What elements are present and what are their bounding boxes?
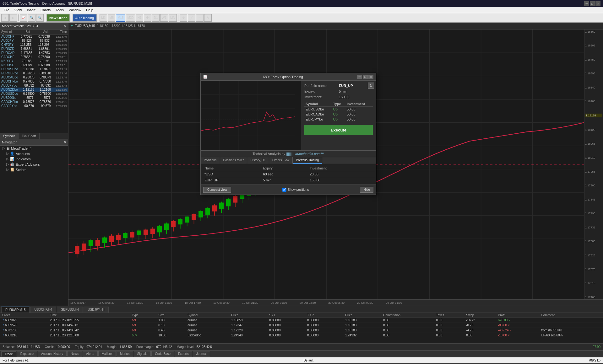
tab-positions[interactable]: Positions bbox=[201, 157, 220, 164]
toolbar-tf-m1[interactable]: M1 bbox=[100, 14, 107, 22]
bottom-tab-news[interactable]: News bbox=[67, 351, 82, 356]
tab-positions-roller[interactable]: Positions roller bbox=[220, 157, 247, 164]
market-watch-row-17[interactable]: CADJPYbo90.57990.57912:13:49 bbox=[0, 104, 68, 108]
bottom-tab-market[interactable]: Market bbox=[117, 351, 133, 356]
sep4 bbox=[98, 14, 98, 21]
mw-time-16: 12:13:51 bbox=[51, 100, 67, 104]
minimize-btn[interactable]: ─ bbox=[584, 1, 589, 6]
nav-icon-mt4: 🖥 bbox=[6, 147, 10, 150]
chart-prices-header: 1.18150 1.18202 1.18125 1.18178 bbox=[97, 24, 145, 28]
market-watch-row-3[interactable]: EURNZD1.688611.6889112:13:49 bbox=[0, 47, 68, 51]
mw-time-4: 12:13:49 bbox=[50, 51, 67, 55]
prow1-name: *USD bbox=[202, 171, 260, 177]
market-watch-row-11[interactable]: AUDCHFbo0.770300.7703012:13:49 bbox=[0, 79, 68, 83]
close-btn[interactable]: ✕ bbox=[595, 1, 600, 6]
auto-trading-btn[interactable]: AutoTrading bbox=[73, 14, 97, 22]
bottom-tab-mailbox[interactable]: Mailbox bbox=[98, 351, 116, 356]
market-watch-row-2[interactable]: CHFJPY115.256115.29812:13:50 bbox=[0, 43, 68, 47]
market-watch-row-16[interactable]: CADCHFbo0.785760.7857612:13:51 bbox=[0, 100, 68, 104]
bottom-tab-trade[interactable]: Trade bbox=[1, 351, 16, 356]
toolbar-crosshair[interactable]: ✛ bbox=[180, 14, 187, 22]
menu-insert[interactable]: Insert bbox=[24, 7, 38, 13]
market-watch-row-14[interactable]: AUDUSDbo0.785000.7850012:13:50 bbox=[0, 92, 68, 96]
toolbar-newchart[interactable]: 📈 bbox=[20, 14, 27, 22]
toolbar-tf-m5[interactable]: M5 bbox=[108, 14, 115, 22]
market-watch-row-7[interactable]: NZDUSD0.699790.6998812:13:51 bbox=[0, 63, 68, 67]
menu-window[interactable]: Window bbox=[66, 7, 84, 13]
toolbar-tf-d1[interactable]: D1 bbox=[152, 14, 160, 22]
toolbar-back[interactable]: ◀ bbox=[1, 14, 9, 22]
forex-minimize-btn[interactable]: ─ bbox=[357, 75, 362, 79]
market-watch-row-15[interactable]: AUS200bo5571557111:23:06 bbox=[0, 96, 68, 100]
bottom-tab-signals[interactable]: Signals bbox=[134, 351, 151, 356]
market-watch-row-4[interactable]: EURCAD1.476351.4765312:13:49 bbox=[0, 51, 68, 55]
toolbar-hline[interactable]: ─ bbox=[196, 14, 204, 22]
market-watch-close[interactable]: ✕ bbox=[63, 24, 66, 28]
bottom-tab-journal[interactable]: Journal bbox=[193, 351, 210, 356]
order-sl-3: 0.00000 bbox=[267, 333, 305, 338]
bottom-tab-experts[interactable]: Experts bbox=[175, 351, 192, 356]
nav-indicators[interactable]: ▷ 📊 Indicators bbox=[0, 156, 68, 162]
nav-icon-indicators: 📊 bbox=[10, 157, 14, 161]
market-watch-row-8[interactable]: EURUSDbo1.181811.1818112:13:49 bbox=[0, 67, 68, 71]
toolbar-tf-mn[interactable]: MN bbox=[169, 14, 177, 22]
toolbar-tf-h4[interactable]: H4 bbox=[144, 14, 151, 22]
nav-metatrader4[interactable]: ▷ 🖥 MetaTrader 4 bbox=[0, 146, 68, 151]
menu-file[interactable]: File bbox=[1, 7, 12, 13]
toolbar-zoom-in[interactable]: 🔍 bbox=[28, 14, 35, 22]
market-watch-row-5[interactable]: CADCHF0.785510.7860012:13:51 bbox=[0, 55, 68, 59]
tab-tick-chart[interactable]: Tick Chart bbox=[19, 133, 39, 139]
maximize-btn[interactable]: □ bbox=[590, 1, 595, 6]
toolbar-tf-h1[interactable]: H1 bbox=[136, 14, 143, 22]
tab-history-d1[interactable]: History, D1 bbox=[247, 157, 269, 164]
bottom-tab-account-history[interactable]: Account History bbox=[38, 351, 67, 356]
bottom-tab-alerts[interactable]: Alerts bbox=[83, 351, 98, 356]
hide-btn[interactable]: Hide bbox=[360, 187, 373, 193]
navigator-close[interactable]: ✕ bbox=[63, 140, 66, 144]
toolbar-tf-w1[interactable]: W1 bbox=[160, 14, 168, 22]
menu-help[interactable]: Help bbox=[84, 7, 96, 13]
toolbar-forward[interactable]: ▶ bbox=[9, 14, 17, 22]
nav-accounts[interactable]: ▷ 👤 Accounts bbox=[0, 151, 68, 156]
order-profit-0: 676.00 × bbox=[496, 318, 539, 323]
show-positions-checkbox[interactable] bbox=[282, 188, 286, 192]
bottom-tab-codebase[interactable]: Code Base bbox=[151, 351, 174, 356]
market-watch-row-6[interactable]: NZDJPY79.18579.19812:13:49 bbox=[0, 59, 68, 63]
orders-tab-usdjpy[interactable]: USDJPY,H4 bbox=[84, 307, 109, 313]
toolbar-text[interactable]: A bbox=[204, 14, 212, 22]
forex-close-btn[interactable]: ✕ bbox=[368, 75, 373, 79]
market-watch-row-1[interactable]: AUDJPY88.82688.83712:13:49 bbox=[0, 39, 68, 43]
mw-bid-1: 88.826 bbox=[14, 39, 31, 42]
forex-maximize-btn[interactable]: □ bbox=[363, 75, 368, 79]
menu-charts[interactable]: Charts bbox=[38, 7, 53, 13]
nav-experts[interactable]: ▷ 🤖 Expert Advisors bbox=[0, 162, 68, 167]
refresh-btn[interactable]: ↻ bbox=[368, 83, 374, 89]
orders-tab-gbpusd[interactable]: GBPUSD,H4 bbox=[57, 307, 83, 313]
toolbar-tf-m30[interactable]: M30 bbox=[126, 14, 135, 22]
toolbar-zoom-out[interactable]: 🔍 bbox=[36, 14, 44, 22]
market-watch-row-0[interactable]: AUDCHF0.770210.7703812:13:49 bbox=[0, 35, 68, 39]
orders-tab-usdchf[interactable]: USDCHF,H4 bbox=[30, 307, 56, 313]
tab-symbols[interactable]: Symbols bbox=[0, 133, 19, 139]
market-watch-row-12[interactable]: AUDJPYbo88.83288.83212:13:48 bbox=[0, 83, 68, 88]
order-commission-0: 0.00 bbox=[381, 318, 434, 323]
market-watch-row-9[interactable]: EURGBPbo0.896100.8961012:13:46 bbox=[0, 71, 68, 75]
menu-view[interactable]: View bbox=[12, 7, 24, 13]
forex-dialog-icon: 📈 bbox=[203, 75, 208, 79]
market-watch-row-10[interactable]: AUDCADbo0.980730.9807312:13:49 bbox=[0, 75, 68, 79]
nav-arrow-indicators: ▷ bbox=[6, 157, 9, 161]
toolbar-tf-m15[interactable]: M15 bbox=[116, 14, 125, 22]
execute-button[interactable]: Execute bbox=[304, 125, 373, 135]
nav-scripts[interactable]: ▷ 📜 Scripts bbox=[0, 167, 68, 172]
menu-tools[interactable]: Tools bbox=[53, 7, 66, 13]
tab-orders-flow[interactable]: Orders Flow bbox=[269, 157, 293, 164]
tab-portfolio-trading[interactable]: Portfolio Trading bbox=[293, 157, 322, 164]
toolbar-line[interactable]: ╱ bbox=[188, 14, 195, 22]
forex-chart-svg: 1.24964 1.24954 1.24945 1.24936 1.24932 … bbox=[201, 81, 295, 150]
forex-dialog-titlebar[interactable]: 📈 680: Forex Option Trading ─ □ ✕ bbox=[201, 73, 376, 81]
new-order-btn[interactable]: New Order bbox=[46, 14, 70, 22]
compact-view-btn[interactable]: Compact view bbox=[203, 187, 231, 193]
market-watch-row-13[interactable]: AUDNZDbo1.121681.1216812:13:50 bbox=[0, 88, 68, 92]
bottom-tab-exposure[interactable]: Exposure bbox=[17, 351, 37, 356]
orders-tab-eurusd[interactable]: EURUSD,M15 bbox=[1, 307, 30, 313]
